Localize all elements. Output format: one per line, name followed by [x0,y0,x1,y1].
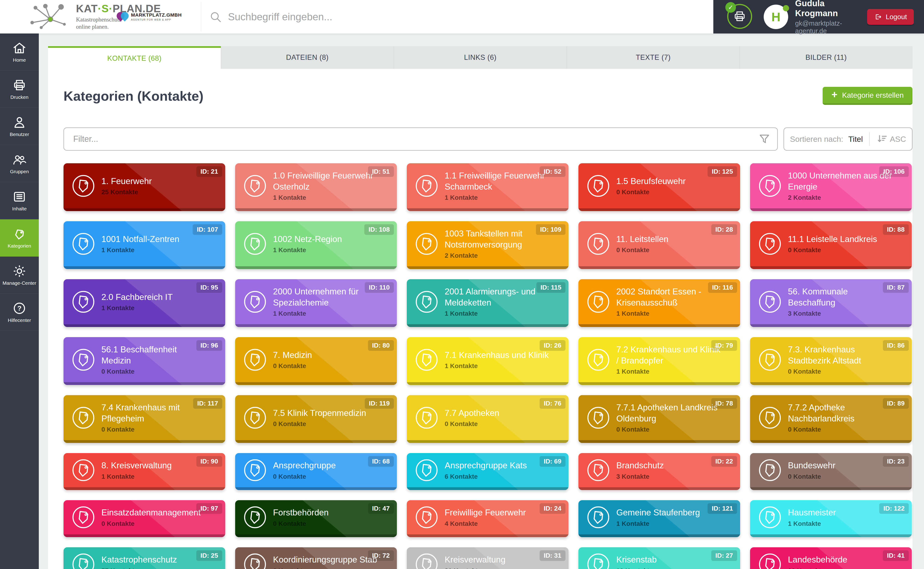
tag-icon [758,232,782,256]
tab-bilder[interactable]: BILDER (11) [740,46,912,69]
sort-direction-button[interactable]: ASC [876,133,906,145]
category-card[interactable]: ID: 117 7.4 Krankenhaus mit Pflegeheim 0… [64,395,225,443]
card-contact-count: 4 Kontakte [444,520,526,528]
category-card[interactable]: ID: 110 2000 Unternehmen für Spezialchem… [235,279,397,327]
card-title: 2000 Unternehmen für Spezialchemie [273,286,378,308]
category-card[interactable]: ID: 28 11. Leitstellen 0 Kontakte [578,221,740,269]
svg-text:?: ? [17,304,21,312]
card-contact-count: 0 Kontakte [788,368,893,375]
partner-name: MARKTPLATZ.GMBH [131,12,181,18]
category-card[interactable]: ID: 125 1.5 Berufsfeuwehr 0 Kontakte [578,163,740,211]
tag-icon [758,348,782,372]
category-card[interactable]: ID: 21 1. Feuerwehr 25 Kontakte [64,163,225,211]
category-card[interactable]: ID: 22 Brandschutz 3 Kontakte [578,453,740,490]
avatar[interactable]: H [764,5,788,29]
sidebar-item-hilfecenter[interactable]: ? Hilfecenter [0,294,39,331]
category-card[interactable]: ID: 23 Bundeswehr 0 Kontakte [750,453,912,490]
sidebar-item-label: Hilfecenter [2,318,37,323]
category-card[interactable]: ID: 108 1002 Netz-Region 1 Kontakte [235,221,397,269]
card-contact-count: 1 Kontakte [273,310,378,317]
tab-kontakte[interactable]: KONTAKTE (68) [48,46,221,69]
category-card[interactable]: ID: 80 7. Medizin 0 Kontakte [235,337,397,385]
category-card[interactable]: ID: 24 Freiwillige Feuerwehr 4 Kontakte [407,500,568,537]
category-card[interactable]: ID: 119 7.5 Klinik Tropenmedizin 0 Konta… [235,395,397,443]
logout-button[interactable]: Logout [867,9,914,25]
category-card[interactable]: ID: 122 Hausmeister 1 Kontakte [750,500,912,537]
category-card[interactable]: ID: 106 1000 Unternehmen aus der Energie… [750,163,912,211]
card-id-badge: ID: 76 [540,398,565,409]
category-card[interactable]: ID: 47 Forstbehörden 0 Kontakte [235,500,397,537]
sidebar-item-label: Home [2,57,37,63]
sidebar-item-manage-center[interactable]: Manage-Center [0,257,39,294]
category-card[interactable]: ID: 95 2.0 Fachbereich IT 1 Kontakte [64,279,225,327]
category-card[interactable]: ID: 86 7.3. Krankenhaus Stadtbezirk Alts… [750,337,912,385]
tag-icon [586,458,610,482]
partner-subtitle: AGENTUR FÜR WEB & APP [131,18,181,21]
card-contact-count: 31 Kontakte [444,567,505,569]
printer-icon [12,78,27,92]
category-card[interactable]: ID: 116 2002 Standort Essen - Krisenauss… [578,279,740,327]
category-card[interactable]: ID: 68 Ansprechgruppe 0 Kontakte [235,453,397,490]
card-contact-count: 0 Kontakte [616,246,668,254]
category-card[interactable]: ID: 96 56.1 Beschaffenheit Medizin 0 Kon… [64,337,225,385]
card-title: 2002 Standort Essen - Krisenausschuß [616,286,722,308]
tab-links[interactable]: LINKS (6) [394,46,567,69]
category-card[interactable]: ID: 51 1.0 Freiweillige Feuerwehr Osterh… [235,163,397,211]
filter-input[interactable] [64,128,778,151]
sidebar-item-gruppen[interactable]: Gruppen [0,145,39,182]
category-card[interactable]: ID: 88 11.1 Leistelle Landkreis 0 Kontak… [750,221,912,269]
sidebar-item-home[interactable]: Home [0,33,39,71]
category-card[interactable]: ID: 87 56. Kommunale Beschaffung 3 Konta… [750,279,912,327]
sidebar-item-kategorien[interactable]: Kategorien [0,219,39,257]
tab-dateien[interactable]: DATEIEN (8) [221,46,394,69]
category-card[interactable]: ID: 27 Krisenstab 10 Kontakte [578,547,740,569]
search-input[interactable] [228,11,621,23]
category-card[interactable]: ID: 26 7.1 Krankenhaus und Klinik 1 Kont… [407,337,568,385]
tag-icon [758,290,782,314]
logout-icon [874,13,882,21]
print-status-button[interactable]: ✓ [727,4,753,30]
sidebar-item-inhalte[interactable]: Inhalte [0,182,39,219]
sidebar-item-label: Drucken [2,94,37,100]
category-card[interactable]: ID: 107 1001 Notfall-Zentren 1 Kontakte [64,221,225,269]
page-title: Kategorien (Kontakte) [64,88,204,104]
category-card[interactable]: ID: 76 7.7 Apotheken 0 Kontakte [407,395,568,443]
category-card[interactable]: ID: 25 Katastrophenschutz 57 Kontakte [64,547,225,569]
category-card[interactable]: ID: 90 8. Kreisverwaltung 1 Kontakte [64,453,225,490]
card-contact-count: 1 Kontakte [444,362,549,370]
tag-icon [758,552,782,569]
card-id-badge: ID: 68 [368,456,394,467]
tag-icon [415,348,439,372]
sidebar-item-benutzer[interactable]: Benutzer [0,108,39,145]
category-card[interactable]: ID: 109 1003 Tankstellen mit Notstromver… [407,221,568,269]
category-card[interactable]: ID: 52 1.1 Freiweillige Feuerwehr Scharm… [407,163,568,211]
category-card[interactable]: ID: 72 Koordinierungsgruppe Stab 0 Konta… [235,547,397,569]
card-contact-count: 0 Kontakte [444,420,499,428]
tag-icon [415,290,439,314]
help-icon: ? [12,301,27,315]
network-logo-icon [26,3,73,30]
tag-icon [586,174,610,198]
tab-label: LINKS (6) [464,53,497,62]
category-card[interactable]: ID: 97 Einsatzdatenmanagement 0 Kontakte [64,500,225,537]
category-card[interactable]: ID: 78 7.7.1 Apotheken Landkreis Oldenbu… [578,395,740,443]
category-card[interactable]: ID: 121 Gemeine Staufenberg 1 Kontakte [578,500,740,537]
card-contact-count: 1 Kontakte [616,520,700,528]
category-card[interactable]: ID: 115 2001 Alarmierungs- und Meldekett… [407,279,568,327]
tab-texte[interactable]: TEXTE (7) [567,46,740,69]
category-card[interactable]: ID: 31 Kreisverwaltung 31 Kontakte [407,547,568,569]
category-card[interactable]: ID: 79 7.2 Krankenhaus und Klinik / Bran… [578,337,740,385]
tag-icon [415,552,439,569]
sidebar-item-label: Gruppen [2,169,37,174]
category-card[interactable]: ID: 89 7.7.2 Apotheke Nachbarlandkreis 0… [750,395,912,443]
funnel-icon[interactable] [758,132,771,146]
printer-icon [733,10,746,23]
tag-icon [586,232,610,256]
sidebar-item-drucken[interactable]: Drucken [0,71,39,108]
category-card[interactable]: ID: 41 Landesbehörde 10 Kontakte [750,547,912,569]
sort-field[interactable]: Titel [848,135,863,144]
sort-control[interactable]: Sortieren nach: Titel ASC [784,128,912,151]
card-id-badge: ID: 96 [196,340,222,351]
category-card[interactable]: ID: 69 Ansprechgruppe Kats 6 Kontakte [407,453,568,490]
create-category-button[interactable]: + Kategorie erstellen [823,87,912,105]
